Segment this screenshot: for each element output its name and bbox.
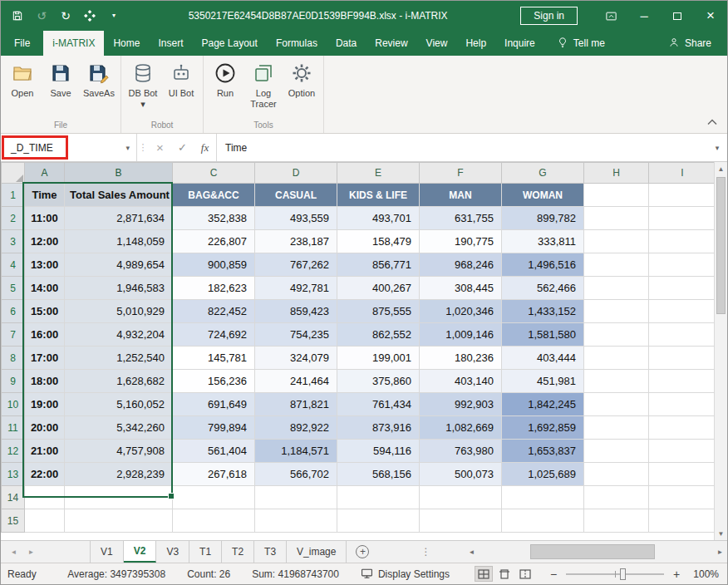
cell-D5[interactable]: 492,781	[255, 277, 337, 300]
cell-G12[interactable]: 1,653,837	[502, 440, 584, 463]
cell-I1[interactable]	[649, 184, 716, 207]
cell-F9[interactable]: 403,140	[420, 370, 502, 393]
zoom-slider[interactable]	[566, 573, 664, 575]
ribbon-button-save[interactable]: Save	[42, 57, 80, 99]
vertical-scrollbar[interactable]: ▲ ▼	[714, 162, 727, 540]
cell-H5[interactable]	[584, 277, 649, 300]
cell-G9[interactable]: 451,981	[502, 370, 584, 393]
sheet-nav-right-icon[interactable]: ►	[22, 541, 40, 563]
sheet-tab-v-image[interactable]: V_image	[287, 541, 347, 563]
cell-E4[interactable]: 856,771	[337, 253, 420, 277]
sheet-tab-t3[interactable]: T3	[254, 541, 287, 563]
cell-C10[interactable]: 691,649	[173, 393, 255, 416]
scroll-up-icon[interactable]: ▲	[715, 162, 727, 175]
cell-F8[interactable]: 180,236	[420, 347, 502, 370]
row-header-12[interactable]: 12	[2, 440, 25, 463]
cell-A15[interactable]	[25, 509, 65, 533]
ribbon-tab-view[interactable]: View	[417, 31, 457, 56]
cell-F13[interactable]: 500,073	[420, 463, 502, 486]
cell-F11[interactable]: 1,082,669	[420, 416, 502, 440]
cell-D14[interactable]	[255, 486, 337, 509]
cell-F12[interactable]: 763,980	[420, 440, 502, 463]
cell-C2[interactable]: 352,838	[173, 207, 255, 230]
cell-A11[interactable]: 20:00	[25, 416, 65, 440]
cell-H12[interactable]	[584, 440, 649, 463]
cell-E8[interactable]: 199,001	[337, 347, 420, 370]
cell-F6[interactable]: 1,020,346	[420, 300, 502, 323]
ribbon-button-saveas[interactable]: SaveAs	[80, 57, 118, 99]
cell-I10[interactable]	[649, 393, 716, 416]
cell-I13[interactable]	[649, 463, 716, 486]
cell-I11[interactable]	[649, 416, 716, 440]
cell-H11[interactable]	[584, 416, 649, 440]
cell-C4[interactable]: 900,859	[173, 253, 255, 277]
row-header-10[interactable]: 10	[2, 393, 25, 416]
cell-B2[interactable]: 2,871,634	[65, 207, 173, 230]
cell-H6[interactable]	[584, 300, 649, 323]
horizontal-scrollbar[interactable]: ◄ ►	[465, 541, 727, 563]
cell-F14[interactable]	[420, 486, 502, 509]
cell-E6[interactable]: 875,555	[337, 300, 420, 323]
cell-B6[interactable]: 5,010,929	[65, 300, 173, 323]
ribbon-tab-review[interactable]: Review	[366, 31, 416, 56]
enter-icon[interactable]: ✓	[171, 134, 194, 161]
cell-F4[interactable]: 968,246	[420, 253, 502, 277]
page-layout-view-button[interactable]	[495, 566, 514, 582]
cell-E15[interactable]	[337, 509, 420, 533]
column-header-C[interactable]: C	[173, 163, 255, 184]
cell-H15[interactable]	[584, 509, 649, 533]
cell-A2[interactable]: 11:00	[25, 207, 65, 230]
ribbon-tab-page-layout[interactable]: Page Layout	[192, 31, 266, 56]
row-header-5[interactable]: 5	[2, 277, 25, 300]
minimize-button[interactable]: ─	[627, 1, 661, 31]
cell-G4[interactable]: 1,496,516	[502, 253, 584, 277]
normal-view-button[interactable]	[475, 566, 493, 582]
cell-C14[interactable]	[173, 486, 255, 509]
row-header-3[interactable]: 3	[2, 230, 25, 253]
select-all-button[interactable]	[2, 163, 25, 184]
row-header-8[interactable]: 8	[2, 347, 25, 370]
insert-function-icon[interactable]: fx	[194, 134, 216, 161]
ribbon-button-option[interactable]: Option	[283, 57, 321, 99]
cell-I8[interactable]	[649, 347, 716, 370]
ribbon-button-open[interactable]: Open	[3, 57, 42, 99]
cell-D4[interactable]: 767,262	[255, 253, 337, 277]
cell-D11[interactable]: 892,922	[255, 416, 337, 440]
cell-B1[interactable]: Total Sales Amount	[65, 184, 173, 207]
cell-C13[interactable]: 267,618	[173, 463, 255, 486]
cell-B4[interactable]: 4,989,654	[65, 253, 173, 277]
cell-E14[interactable]	[337, 486, 420, 509]
cell-E13[interactable]: 568,156	[337, 463, 420, 486]
cell-E11[interactable]: 873,916	[337, 416, 420, 440]
cell-I2[interactable]	[649, 207, 716, 230]
cell-F7[interactable]: 1,009,146	[420, 323, 502, 347]
display-settings-button[interactable]: Display Settings	[361, 568, 450, 580]
cell-G11[interactable]: 1,692,859	[502, 416, 584, 440]
cell-G6[interactable]: 1,433,152	[502, 300, 584, 323]
sheet-tab-t1[interactable]: T1	[189, 541, 222, 563]
cell-C11[interactable]: 799,894	[173, 416, 255, 440]
row-header-11[interactable]: 11	[2, 416, 25, 440]
cell-B5[interactable]: 1,946,583	[65, 277, 173, 300]
sign-in-button[interactable]: Sign in	[520, 7, 578, 25]
cell-E5[interactable]: 400,267	[337, 277, 420, 300]
cell-I7[interactable]	[649, 323, 716, 347]
fill-handle[interactable]	[168, 493, 175, 499]
cell-G1[interactable]: WOMAN	[502, 184, 584, 207]
ribbon-button-run[interactable]: Run	[206, 57, 244, 99]
row-header-1[interactable]: 1	[2, 184, 25, 207]
cell-B12[interactable]: 4,757,908	[65, 440, 173, 463]
cell-G2[interactable]: 899,782	[502, 207, 584, 230]
cell-F1[interactable]: MAN	[420, 184, 502, 207]
cell-C15[interactable]	[173, 509, 255, 533]
tell-me-button[interactable]: Tell me	[548, 31, 614, 56]
cell-I5[interactable]	[649, 277, 716, 300]
undo-icon[interactable]: ↺	[35, 9, 48, 22]
ribbon-tab-data[interactable]: Data	[327, 31, 366, 56]
cell-I15[interactable]	[649, 509, 716, 533]
cell-G14[interactable]	[502, 486, 584, 509]
close-button[interactable]: ×	[694, 1, 727, 31]
row-header-2[interactable]: 2	[2, 207, 25, 230]
cell-D7[interactable]: 754,235	[255, 323, 337, 347]
scroll-right-icon[interactable]: ►	[713, 541, 727, 563]
